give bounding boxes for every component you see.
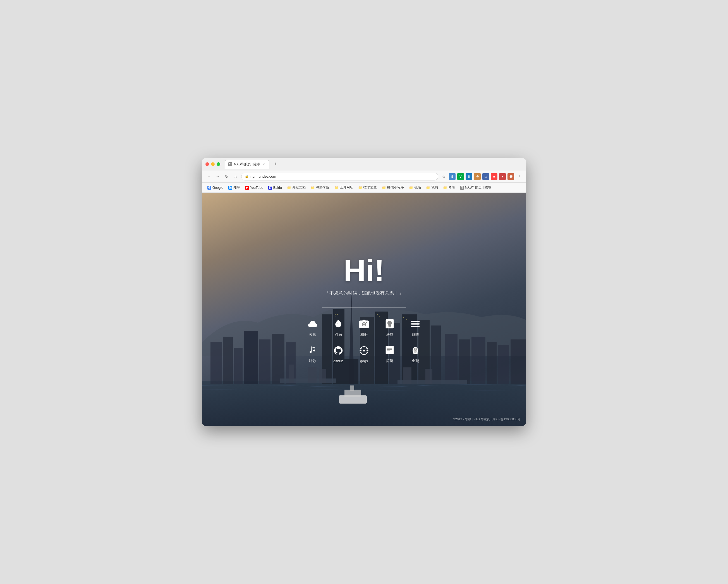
footer: ©2019 - 陈睿 | NAS 导航页 | 苏ICP备19008833号 bbox=[453, 417, 520, 421]
bookmark-zhihu[interactable]: 知 知乎 bbox=[226, 184, 242, 191]
url-bar[interactable]: 🔒 npmrundev.com bbox=[241, 173, 438, 180]
forward-button[interactable]: → bbox=[214, 173, 221, 180]
bookmark-folder-kaoyan[interactable]: 📁 考研 bbox=[441, 184, 457, 191]
menu-dots-icon[interactable]: ⋮ bbox=[516, 173, 523, 180]
app-xiangce[interactable]: 相册 bbox=[358, 318, 370, 337]
app-github[interactable]: github bbox=[332, 344, 344, 363]
tab-title: NAS导航页 | 陈睿 bbox=[234, 162, 260, 167]
bookmark-youtube[interactable]: ▶ YouTube bbox=[243, 185, 265, 191]
page-content: Hi! 「不愿意的时候，逃跑也没有关系！」 云盘 bbox=[202, 193, 526, 426]
bookmark-folder-jishu[interactable]: 📁 技术文章 bbox=[356, 184, 379, 191]
readwise-icon[interactable]: V bbox=[457, 173, 464, 180]
app-tingge[interactable]: 听歌 bbox=[307, 344, 319, 363]
zhihu-label: 知乎 bbox=[233, 185, 240, 190]
xiangce-label: 相册 bbox=[360, 332, 368, 337]
svg-rect-53 bbox=[389, 327, 391, 327]
bookmark-folder-tools[interactable]: 📁 工具网址 bbox=[333, 184, 355, 191]
content-center: Hi! 「不愿意的时候，逃跑也没有关系！」 云盘 bbox=[202, 193, 526, 426]
github-label: github bbox=[333, 359, 343, 363]
baidu-label: Baidu bbox=[273, 186, 282, 190]
tingge-icon bbox=[307, 344, 319, 356]
back-button[interactable]: ← bbox=[205, 173, 212, 180]
folder-icon: 📁 bbox=[334, 186, 339, 190]
youtube-label: YouTube bbox=[250, 186, 263, 190]
youtube-favicon: ▶ bbox=[245, 186, 249, 190]
wechat-label: 微信小程序 bbox=[387, 185, 404, 190]
folder-icon: 📁 bbox=[409, 186, 413, 190]
hi-title: Hi! bbox=[344, 255, 385, 286]
minimize-button[interactable] bbox=[211, 162, 215, 166]
folder-icon: 📁 bbox=[287, 186, 291, 190]
fadian-label: 法典 bbox=[386, 332, 393, 337]
ext3-icon[interactable]: ■ bbox=[491, 173, 497, 180]
gogs-label: gogs bbox=[360, 359, 368, 363]
google-label: Google bbox=[212, 186, 223, 190]
home-button[interactable]: ⌂ bbox=[232, 173, 239, 180]
apps-row-2: 听歌 github bbox=[307, 344, 421, 363]
qige-icon bbox=[409, 344, 421, 356]
app-qige[interactable]: 企鹅 bbox=[409, 344, 421, 363]
diandi-label: 点滴 bbox=[335, 332, 342, 337]
ext4-icon[interactable]: ● bbox=[499, 173, 506, 180]
app-gogs[interactable]: gogs bbox=[358, 344, 370, 363]
tab-close-icon[interactable]: ✕ bbox=[262, 162, 266, 166]
xiangce-icon bbox=[358, 318, 370, 330]
bookmark-folder-wechat[interactable]: 📁 微信小程序 bbox=[380, 184, 406, 191]
gogs-icon bbox=[358, 344, 370, 357]
app-qunhui[interactable]: 群晖 bbox=[409, 318, 421, 337]
surfer-icon[interactable]: S bbox=[449, 173, 456, 180]
kaifa-label: 开发文档 bbox=[292, 185, 306, 190]
ext1-icon[interactable]: ⊙ bbox=[474, 173, 481, 180]
svg-rect-55 bbox=[411, 323, 420, 325]
github-icon bbox=[332, 344, 344, 357]
kaoyan-label: 考研 bbox=[448, 185, 455, 190]
nas-favicon: N bbox=[460, 186, 464, 190]
bookmark-folder-mine[interactable]: 📁 我的 bbox=[424, 184, 440, 191]
svg-line-63 bbox=[361, 347, 362, 348]
svg-line-65 bbox=[366, 347, 367, 348]
google-favicon: G bbox=[207, 186, 211, 190]
svg-point-77 bbox=[413, 353, 415, 354]
close-button[interactable] bbox=[205, 162, 209, 166]
svg-line-64 bbox=[366, 353, 367, 354]
bookmark-folder-xunlu[interactable]: 📁 寻路学院 bbox=[309, 184, 331, 191]
diandi-icon bbox=[332, 318, 344, 330]
user-avatar[interactable]: 睿 bbox=[508, 173, 514, 180]
toolbar-icons: ☆ S V S ⊙ □ ■ ● 睿 ⋮ bbox=[441, 173, 523, 180]
bookmark-folder-jichang[interactable]: 📁 机场 bbox=[407, 184, 423, 191]
maximize-button[interactable] bbox=[217, 162, 220, 166]
new-tab-button[interactable]: + bbox=[271, 160, 280, 168]
traffic-lights bbox=[205, 162, 220, 166]
bookmark-google[interactable]: G Google bbox=[205, 185, 225, 191]
yunpan-icon bbox=[307, 318, 319, 330]
bookmark-baidu[interactable]: 百 Baidu bbox=[266, 185, 284, 191]
address-bar: ← → ↻ ⌂ 🔒 npmrundev.com ☆ S V S ⊙ □ ■ ● … bbox=[202, 170, 526, 183]
refresh-button[interactable]: ↻ bbox=[223, 173, 230, 180]
star-icon[interactable]: ☆ bbox=[441, 173, 447, 180]
tab-favicon bbox=[228, 162, 232, 166]
browser-tab[interactable]: NAS导航页 | 陈睿 ✕ bbox=[225, 160, 269, 169]
svg-rect-1 bbox=[231, 163, 231, 164]
svg-point-49 bbox=[363, 324, 365, 325]
svg-rect-2 bbox=[229, 165, 230, 165]
ext2-icon[interactable]: □ bbox=[483, 173, 489, 180]
scribd-icon[interactable]: S bbox=[466, 173, 472, 180]
svg-point-50 bbox=[366, 322, 367, 323]
app-jianli[interactable]: 简历 bbox=[384, 344, 396, 363]
bookmark-folder-kaifa[interactable]: 📁 开发文档 bbox=[285, 184, 308, 191]
svg-point-75 bbox=[416, 348, 417, 350]
bookmark-nas[interactable]: N NAS导航页 | 陈睿 bbox=[458, 184, 493, 191]
app-diandi[interactable]: 点滴 bbox=[332, 318, 344, 337]
divider bbox=[322, 307, 406, 308]
apps-row-1: 云盘 点滴 bbox=[307, 318, 421, 337]
folder-icon: 📁 bbox=[311, 186, 315, 190]
app-fadian[interactable]: 法典 bbox=[384, 318, 396, 337]
folder-icon: 📁 bbox=[426, 186, 430, 190]
svg-rect-52 bbox=[389, 326, 391, 327]
jianli-label: 简历 bbox=[386, 358, 393, 363]
tools-label: 工具网址 bbox=[340, 185, 353, 190]
folder-icon: 📁 bbox=[358, 186, 362, 190]
apps-grid: 云盘 点滴 bbox=[307, 318, 421, 363]
app-yunpan[interactable]: 云盘 bbox=[307, 318, 319, 337]
lock-icon: 🔒 bbox=[245, 174, 249, 178]
